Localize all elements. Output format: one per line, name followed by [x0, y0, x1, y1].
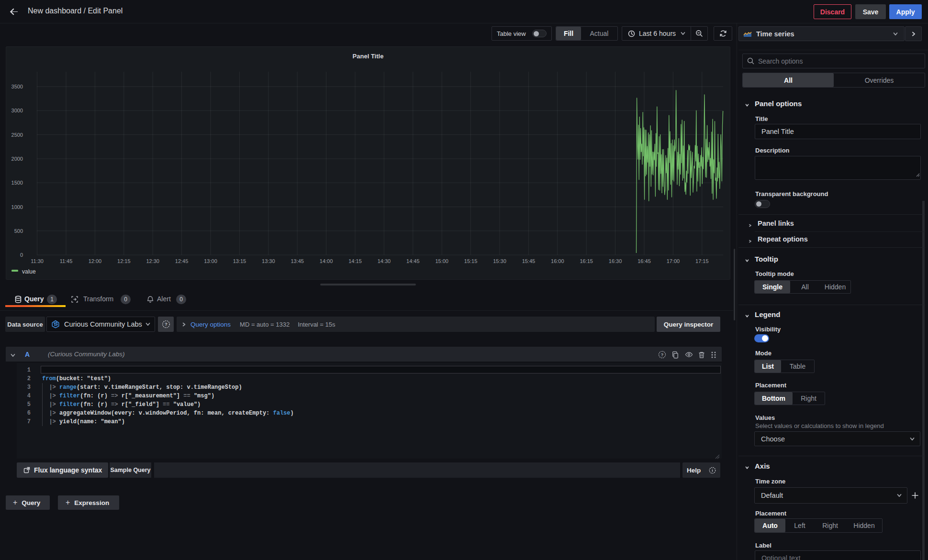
- svg-text:16:00: 16:00: [551, 258, 564, 264]
- svg-text:?: ?: [165, 321, 168, 327]
- svg-text:13:00: 13:00: [204, 258, 217, 264]
- svg-text:0: 0: [20, 252, 23, 258]
- svg-text:12:00: 12:00: [89, 258, 102, 264]
- svg-text:3500: 3500: [11, 84, 23, 89]
- svg-text:500: 500: [14, 228, 23, 234]
- svg-text:1500: 1500: [11, 180, 23, 186]
- svg-text:value: value: [22, 268, 36, 275]
- svg-text:3000: 3000: [11, 108, 23, 113]
- svg-text:13:30: 13:30: [262, 258, 275, 264]
- svg-text:12:15: 12:15: [117, 258, 131, 264]
- svg-text:17:00: 17:00: [667, 258, 680, 264]
- svg-text:14:45: 14:45: [406, 258, 420, 264]
- svg-text:17:15: 17:15: [695, 258, 709, 264]
- svg-text:16:30: 16:30: [609, 258, 622, 264]
- svg-text:15:45: 15:45: [522, 258, 536, 264]
- svg-text:16:45: 16:45: [637, 258, 651, 264]
- svg-text:2000: 2000: [11, 156, 23, 162]
- svg-text:13:15: 13:15: [233, 258, 246, 264]
- svg-text:15:00: 15:00: [435, 258, 448, 264]
- svg-text:12:30: 12:30: [146, 258, 159, 264]
- svg-text:1000: 1000: [11, 204, 23, 210]
- svg-text:2500: 2500: [11, 132, 23, 138]
- svg-text:11:30: 11:30: [31, 258, 44, 264]
- svg-text:11:45: 11:45: [60, 258, 73, 264]
- svg-text:14:00: 14:00: [320, 258, 333, 264]
- svg-text:?: ?: [661, 352, 664, 357]
- svg-text:14:30: 14:30: [378, 258, 391, 264]
- svg-text:15:30: 15:30: [493, 258, 506, 264]
- svg-text:16:15: 16:15: [580, 258, 593, 264]
- svg-text:14:15: 14:15: [348, 258, 362, 264]
- svg-text:13:45: 13:45: [291, 258, 304, 264]
- svg-text:15:15: 15:15: [464, 258, 478, 264]
- svg-text:12:45: 12:45: [175, 258, 189, 264]
